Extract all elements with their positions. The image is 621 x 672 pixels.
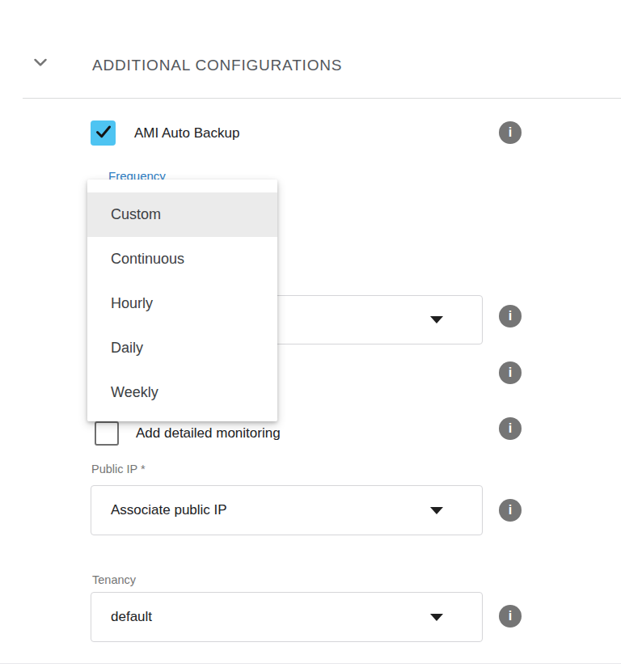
menu-item-custom[interactable]: Custom [87, 192, 277, 237]
dropdown-caret-icon [430, 507, 443, 514]
menu-item-hourly[interactable]: Hourly [87, 281, 277, 326]
section-title: ADDITIONAL CONFIGURATIONS [92, 57, 342, 74]
detailed-monitoring-info-icon[interactable]: i [499, 417, 522, 440]
frequency-dropdown-menu: Custom Continuous Hourly Daily Weekly [87, 180, 277, 421]
hidden-row-info-icon[interactable]: i [499, 361, 522, 384]
detailed-monitoring-label: Add detailed monitoring [136, 425, 281, 442]
public-ip-select-value: Associate public IP [111, 502, 430, 518]
bottom-divider [0, 663, 621, 664]
menu-item-continuous[interactable]: Continuous [87, 237, 277, 281]
menu-item-weekly[interactable]: Weekly [87, 370, 277, 415]
detailed-monitoring-row[interactable]: Add detailed monitoring [95, 421, 281, 446]
tenancy-select-value: default [111, 609, 430, 625]
chevron-down-icon [30, 52, 51, 76]
tenancy-field-label: Tenancy [92, 573, 136, 586]
ami-auto-backup-row[interactable]: AMI Auto Backup [91, 120, 239, 146]
checkmark-icon [94, 122, 113, 145]
ami-auto-backup-label: AMI Auto Backup [134, 125, 239, 142]
public-ip-select[interactable]: Associate public IP [91, 485, 483, 535]
tenancy-info-icon[interactable]: i [499, 605, 522, 628]
dropdown-caret-icon [430, 614, 443, 621]
ami-auto-backup-info-icon[interactable]: i [499, 121, 522, 144]
ami-auto-backup-checkbox[interactable] [91, 120, 116, 146]
tenancy-select[interactable]: default [91, 592, 483, 642]
section-divider [23, 98, 621, 99]
frequency-info-icon[interactable]: i [499, 305, 522, 328]
section-collapse-chevron[interactable] [29, 53, 52, 74]
public-ip-info-icon[interactable]: i [499, 499, 522, 522]
menu-item-daily[interactable]: Daily [87, 326, 277, 370]
detailed-monitoring-checkbox[interactable] [95, 421, 119, 446]
dropdown-caret-icon [430, 316, 443, 323]
public-ip-field-label: Public IP * [91, 463, 146, 475]
